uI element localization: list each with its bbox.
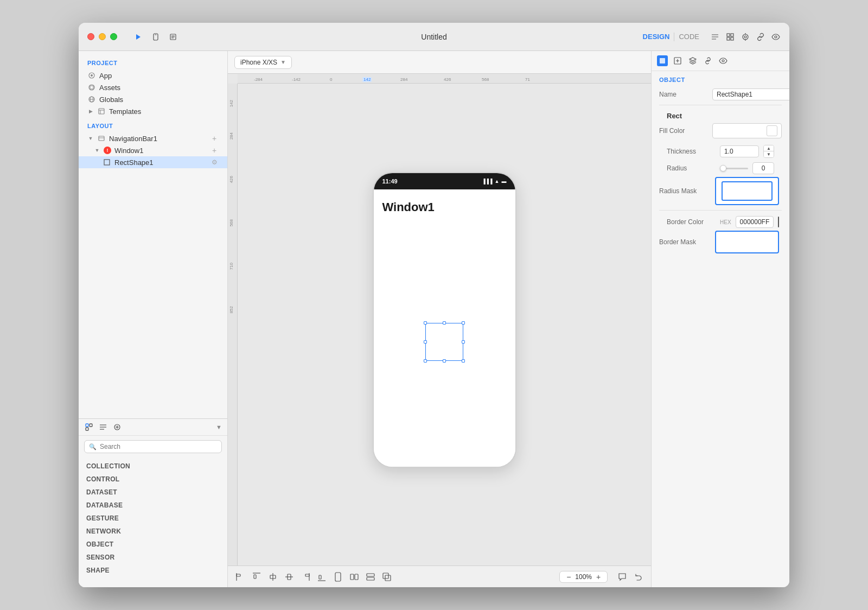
design-code-divider — [674, 33, 674, 41]
components-collapse-icon[interactable]: ▼ — [216, 424, 222, 430]
design-code-toggle[interactable]: DESIGN CODE — [643, 33, 699, 41]
category-database[interactable]: DATABASE — [79, 499, 227, 512]
design-label[interactable]: DESIGN — [643, 33, 670, 41]
traffic-lights — [87, 33, 117, 40]
radius-value-field[interactable]: 0 — [752, 162, 774, 174]
zoom-control: − 100% + — [559, 571, 608, 583]
device-frame-icon[interactable] — [332, 571, 344, 583]
handle-top-center[interactable] — [443, 321, 446, 325]
navbar-add-icon[interactable]: + — [210, 134, 219, 143]
target-icon[interactable] — [741, 32, 750, 42]
sidebar-item-rectshape[interactable]: RectShape1 ⚙ — [79, 156, 227, 168]
undo-icon[interactable] — [633, 571, 644, 583]
align-bottom-icon[interactable] — [316, 571, 328, 583]
link-icon[interactable] — [756, 32, 765, 42]
svg-rect-57 — [367, 577, 374, 580]
components-panel: ▼ 🔍 COLLECTION CONTROL DATASET DATABASE … — [79, 419, 227, 587]
eye-icon[interactable] — [771, 32, 781, 42]
handle-top-right[interactable] — [462, 321, 465, 325]
sidebar-item-templates[interactable]: ▶ Templates — [79, 105, 227, 117]
minimize-button[interactable] — [99, 33, 106, 40]
ruler-v-tick: 852 — [229, 306, 234, 313]
canvas-bottom-bar: − 100% + — [228, 565, 651, 587]
phone-status-icons: ▐▐▐ ▲ ▬ — [482, 179, 506, 184]
thickness-up-button[interactable]: ▲ — [764, 145, 774, 151]
sidebar-item-assets[interactable]: Assets — [79, 81, 227, 93]
components-view-icon[interactable] — [84, 422, 94, 432]
search-box[interactable]: 🔍 — [84, 440, 222, 453]
device-selector[interactable]: iPhone X/XS ▼ — [234, 56, 292, 69]
border-color-hex-field[interactable]: 000000FF — [736, 216, 774, 228]
phone-window-title: Window1 — [382, 200, 507, 214]
name-prop-value[interactable] — [712, 88, 789, 100]
sidebar-item-app[interactable]: App — [79, 69, 227, 81]
svg-rect-2 — [155, 34, 157, 35]
book-icon[interactable] — [168, 32, 178, 42]
resize-icon[interactable] — [672, 55, 683, 66]
category-network[interactable]: NETWORK — [79, 525, 227, 538]
svg-rect-33 — [90, 424, 92, 427]
category-collection[interactable]: COLLECTION — [79, 460, 227, 473]
handle-bottom-right[interactable] — [462, 359, 465, 363]
code-label[interactable]: CODE — [679, 33, 699, 41]
overlap-icon[interactable] — [381, 571, 393, 583]
zoom-plus-button[interactable]: + — [594, 573, 603, 581]
rectshape-settings-icon[interactable]: ⚙ — [210, 158, 219, 167]
radius-slider-track[interactable] — [720, 168, 748, 169]
fill-color-label: Fill Color — [659, 127, 708, 135]
handle-top-left[interactable] — [424, 321, 427, 325]
maximize-button[interactable] — [110, 33, 117, 40]
stack-icon[interactable] — [365, 571, 376, 583]
sidebar-item-globals[interactable]: Globals — [79, 93, 227, 105]
properties-icon[interactable] — [657, 55, 668, 66]
border-color-swatch[interactable] — [778, 217, 779, 227]
canvas-content[interactable]: 11:49 ▐▐▐ ▲ ▬ Window1 — [238, 74, 651, 565]
border-mask-widget[interactable] — [714, 230, 780, 254]
handle-bottom-left[interactable] — [424, 359, 427, 363]
link-ref-icon[interactable] — [703, 55, 713, 66]
components-toolbar: ▼ — [79, 419, 227, 436]
fill-color-swatch[interactable] — [767, 125, 777, 136]
list-icon[interactable] — [710, 32, 720, 42]
eye-ref-icon[interactable] — [718, 55, 729, 66]
rect-shape-canvas[interactable] — [425, 323, 463, 361]
category-sensor[interactable]: SENSOR — [79, 551, 227, 564]
thickness-stepper[interactable]: ▲ ▼ — [763, 145, 774, 158]
fill-color-value[interactable] — [712, 123, 782, 138]
category-gesture[interactable]: GESTURE — [79, 512, 227, 525]
window-add-icon[interactable]: + — [210, 146, 219, 155]
split-h-icon[interactable] — [348, 571, 360, 583]
phone-icon[interactable] — [151, 32, 161, 42]
align-left-icon[interactable] — [234, 571, 246, 583]
components-add-icon[interactable] — [112, 422, 122, 432]
thickness-value-field[interactable]: 1.0 — [720, 145, 759, 157]
comment-icon[interactable] — [616, 571, 628, 583]
window-badge: ! — [104, 147, 111, 154]
sidebar-item-navbar[interactable]: ▼ NavigationBar1 + — [79, 132, 227, 144]
category-object[interactable]: OBJECT — [79, 538, 227, 551]
close-button[interactable] — [87, 33, 94, 40]
play-icon[interactable] — [133, 32, 143, 42]
border-mask-container — [712, 230, 782, 254]
radius-mask-widget[interactable] — [714, 176, 780, 206]
align-right-icon[interactable] — [299, 571, 311, 583]
align-top-icon[interactable] — [251, 571, 263, 583]
handle-middle-right[interactable] — [462, 340, 465, 344]
search-input[interactable] — [100, 443, 217, 450]
align-center-h-icon[interactable] — [267, 571, 279, 583]
thickness-down-button[interactable]: ▼ — [764, 151, 774, 157]
category-dataset[interactable]: DATASET — [79, 486, 227, 499]
components-list-icon[interactable] — [98, 422, 108, 432]
radius-slider-thumb[interactable] — [720, 165, 726, 171]
category-shape[interactable]: SHAPE — [79, 564, 227, 577]
layers-icon[interactable] — [687, 55, 698, 66]
grid-icon[interactable] — [725, 32, 735, 42]
ruler-v-tick: 710 — [229, 263, 234, 270]
zoom-minus-button[interactable]: − — [564, 573, 573, 581]
align-center-v-icon[interactable] — [283, 571, 295, 583]
handle-bottom-center[interactable] — [443, 359, 446, 363]
sidebar-item-window[interactable]: ▼ ! Window1 + — [79, 144, 227, 156]
category-control[interactable]: CONTROL — [79, 473, 227, 486]
handle-middle-left[interactable] — [424, 340, 427, 344]
svg-rect-29 — [99, 136, 104, 141]
